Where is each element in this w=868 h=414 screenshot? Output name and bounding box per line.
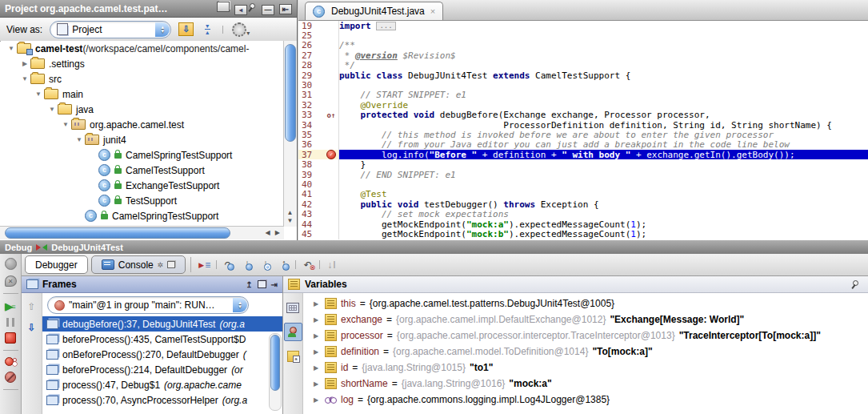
line-code[interactable]: public class DebugJUnit4Test extends Cam… — [339, 70, 868, 80]
line-gutter[interactable] — [324, 21, 339, 30]
tree-expand-toggle[interactable]: ▼ — [46, 106, 58, 113]
code-line[interactable]: 43 // set mock expectations — [298, 209, 868, 219]
scrollbar-thumb[interactable] — [270, 335, 280, 391]
thread-dropdown[interactable]: "main"@1 in group "main": RUN… ▲▼ — [47, 296, 249, 314]
line-gutter[interactable] — [324, 90, 339, 100]
line-gutter[interactable] — [324, 229, 339, 239]
line-code[interactable]: // this method is invoked before we are … — [339, 130, 868, 139]
code-line[interactable]: 26 /** — [298, 41, 868, 50]
line-gutter[interactable] — [324, 61, 339, 70]
line-gutter[interactable] — [324, 120, 339, 130]
collapse-all-icon[interactable] — [201, 24, 214, 34]
line-code[interactable]: // END SNIPPET: e1 — [339, 170, 868, 179]
expand-triangle-icon[interactable]: ▶ — [311, 380, 321, 388]
force-step-into-icon[interactable] — [257, 257, 274, 272]
tree-row[interactable]: ExchangeTestSupport — [1, 178, 284, 193]
code-editor[interactable]: 19 import ... 25 26 /** 27 * @version $R… — [298, 21, 868, 240]
line-gutter[interactable] — [324, 199, 339, 209]
variables-list[interactable]: ▶ this = {org.apache.camel.test.patterns… — [303, 293, 868, 414]
frame-row[interactable]: process():47, Debug$1 (org.apache.came — [42, 377, 282, 392]
tree-row[interactable]: ▼ org.apache.camel.test — [1, 117, 284, 132]
tab-debugger[interactable]: Debugger — [25, 255, 88, 274]
frame-row[interactable]: process():70, AsyncProcessorHelper (org.… — [42, 392, 282, 408]
line-gutter[interactable] — [324, 111, 339, 120]
line-code[interactable]: log.info("Before " + definition + " with… — [339, 150, 868, 159]
expand-triangle-icon[interactable]: ▶ — [311, 332, 321, 340]
line-code[interactable]: @Override — [339, 100, 868, 110]
line-gutter[interactable] — [324, 41, 339, 50]
variable-row[interactable]: ▶ this = {org.apache.camel.test.patterns… — [303, 295, 868, 312]
hide-panel-icon[interactable] — [271, 280, 278, 289]
code-line[interactable]: 42 public void testDebugger() throws Exc… — [298, 199, 868, 209]
line-gutter[interactable] — [324, 30, 339, 40]
tree-row[interactable]: ▼ java — [1, 102, 284, 117]
code-line[interactable]: 41 @Test — [298, 190, 868, 199]
code-line[interactable]: 32 @Override — [298, 100, 868, 110]
line-gutter[interactable] — [324, 150, 339, 159]
tree-row[interactable]: CamelSpringTestSupport — [1, 147, 284, 163]
console-float-icon[interactable] — [167, 261, 175, 268]
code-line[interactable]: 31 // START SNIPPET: e1 — [298, 90, 868, 100]
code-line[interactable]: 38 } — [298, 159, 868, 169]
project-vertical-scrollbar[interactable]: ▲▼ — [283, 41, 297, 227]
line-code[interactable]: */ — [339, 61, 868, 70]
code-line[interactable]: 27 * @version $Revision$ — [298, 50, 868, 60]
step-out-icon[interactable] — [275, 257, 292, 272]
next-frame-icon[interactable] — [27, 322, 35, 333]
code-line[interactable]: 35 // this method is invoked before we a… — [298, 130, 868, 139]
expand-triangle-icon[interactable]: ▶ — [311, 348, 321, 356]
tree-row[interactable]: ▼ junit4 — [1, 132, 284, 147]
line-gutter[interactable] — [324, 50, 339, 60]
line-gutter[interactable] — [324, 219, 339, 229]
detach-icon[interactable] — [5, 275, 17, 287]
line-code[interactable]: protected void debugBefore(Exchange exch… — [339, 111, 868, 120]
frames-list[interactable]: debugBefore():37, DebugJUnit4Test (org.a… — [42, 316, 282, 408]
step-over-icon[interactable] — [220, 257, 237, 272]
line-code[interactable]: } — [339, 159, 868, 169]
evaluate-expression-icon-slot[interactable] — [285, 299, 302, 316]
tree-row[interactable]: CamelSpringTestSupport — [1, 208, 284, 223]
line-gutter[interactable] — [324, 100, 339, 110]
scrollbar-thumb[interactable] — [285, 44, 296, 142]
pop-frame-icon[interactable] — [246, 280, 252, 289]
line-code[interactable]: // set mock expectations — [339, 209, 868, 219]
code-line[interactable]: 45 getMockEndpoint("mock:b").expectedMes… — [298, 229, 868, 239]
view-as-dropdown[interactable]: Project ▲▼ — [50, 21, 171, 38]
line-code[interactable]: getMockEndpoint("mock:b").expectedMessag… — [339, 229, 868, 239]
evaluate-expression-icon[interactable] — [286, 303, 299, 313]
editor-tab-debugjunit4test[interactable]: DebugJUnit4Test.java × — [305, 2, 443, 20]
variable-row[interactable]: ▶ shortName = {java.lang.String@1016} "m… — [303, 376, 868, 392]
frame-row[interactable]: debugBefore():37, DebugJUnit4Test (org.a — [42, 316, 282, 332]
tree-expand-toggle[interactable]: ▼ — [74, 136, 85, 143]
tree-row[interactable]: ▼ camel-test (/workspace/camel/component… — [1, 41, 284, 56]
resume-icon[interactable] — [5, 300, 15, 312]
fields-view-icon[interactable] — [287, 351, 299, 362]
code-line[interactable]: 29 public class DebugJUnit4Test extends … — [298, 70, 868, 80]
tree-expand-toggle[interactable]: ▼ — [6, 45, 17, 52]
code-line[interactable]: 37 log.info("Before " + definition + " w… — [298, 150, 868, 159]
pause-icon[interactable] — [6, 318, 14, 327]
line-gutter[interactable] — [324, 70, 339, 80]
drop-frame-icon[interactable] — [299, 257, 316, 272]
line-code[interactable]: /** — [339, 41, 868, 50]
variable-row[interactable]: ▶ exchange = {org.apache.camel.impl.Defa… — [303, 312, 868, 328]
expand-triangle-icon[interactable]: ▶ — [311, 364, 321, 372]
watches-icon[interactable] — [287, 327, 298, 337]
frame-row[interactable]: onBeforeProcess():270, DefaultDebugger ( — [42, 347, 282, 362]
project-tree[interactable]: ▼ camel-test (/workspace/camel/component… — [1, 41, 284, 227]
code-line[interactable]: 19 import ... — [298, 21, 868, 30]
line-code[interactable]: ProcessorDefinition definition, String i… — [339, 120, 868, 130]
show-execution-point-icon[interactable] — [196, 257, 213, 272]
code-line[interactable]: 28 */ — [298, 61, 868, 70]
code-line[interactable]: 40 — [298, 179, 868, 189]
tab-console[interactable]: Console ✲ — [91, 255, 186, 274]
run-to-cursor-icon[interactable] — [323, 257, 340, 272]
code-line[interactable]: 34 ProcessorDefinition definition, Strin… — [298, 120, 868, 130]
line-gutter[interactable] — [324, 159, 339, 169]
line-code[interactable]: import ... — [339, 21, 868, 30]
code-line[interactable]: 25 — [298, 30, 868, 40]
scroll-from-source-icon[interactable] — [178, 22, 194, 36]
scrollbar-thumb[interactable] — [5, 227, 230, 239]
variable-row[interactable]: ▶ id = {java.lang.String@1015} "to1" — [303, 360, 868, 376]
line-code[interactable]: public void testDebugger() throws Except… — [339, 199, 868, 209]
